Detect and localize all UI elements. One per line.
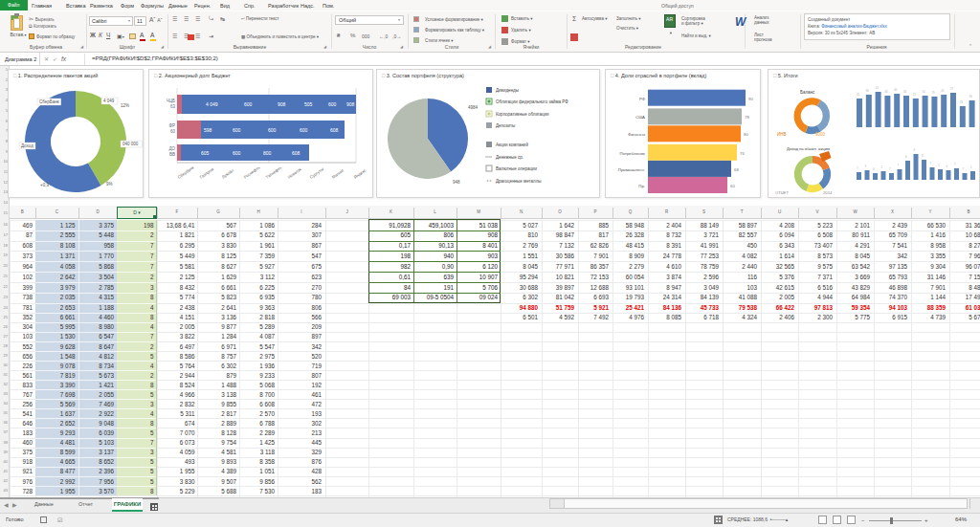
svg-text:600: 600 [268, 127, 277, 133]
svg-text:600: 600 [233, 150, 241, 156]
svg-text:9000: 9000 [815, 132, 826, 137]
svg-text:Депозиты: Депозиты [496, 123, 515, 128]
svg-text:600: 600 [233, 127, 241, 133]
svg-text:948: 948 [453, 180, 460, 185]
svg-text:7: 7 [954, 163, 956, 166]
svg-text:Магнит: Магнит [331, 167, 345, 179]
svg-text:СберБанк: СберБанк [39, 99, 59, 104]
svg-text:50: 50 [923, 90, 926, 94]
svg-text:040 000: 040 000 [122, 142, 139, 146]
svg-text:Газпром: Газпром [199, 166, 214, 180]
svg-text:РФ: РФ [639, 97, 646, 101]
svg-text:608: 608 [292, 150, 301, 156]
svg-text:Яндекс: Яндекс [353, 167, 368, 180]
svg-text:9%: 9% [106, 182, 113, 187]
svg-text:2: 2 [881, 165, 883, 169]
svg-text:ИНВ: ИНВ [777, 132, 787, 137]
svg-text:80: 80 [744, 132, 748, 137]
svg-text:4: 4 [947, 165, 948, 168]
svg-text:3: 3 [865, 165, 867, 168]
svg-text:4 049: 4 049 [103, 99, 115, 103]
svg-text:12%: 12% [121, 103, 129, 108]
svg-text:800: 800 [263, 150, 272, 156]
svg-text:600: 600 [300, 127, 308, 133]
svg-text:76: 76 [740, 151, 745, 156]
svg-text:68: 68 [734, 167, 739, 172]
svg-text:27: 27 [950, 87, 954, 91]
svg-text:Драгоценные металлы: Драгоценные металлы [496, 179, 542, 184]
svg-text:63: 63 [170, 104, 176, 109]
svg-text:Корпоративные облигации: Корпоративные облигации [496, 112, 549, 117]
svg-text:2014: 2014 [823, 190, 833, 195]
svg-text:+0,9: +0,9 [40, 183, 49, 187]
svg-text:29: 29 [960, 100, 964, 104]
svg-text:44: 44 [903, 90, 907, 94]
svg-text:60: 60 [730, 184, 735, 188]
svg-text:Татнефть: Татнефть [265, 165, 283, 179]
svg-text:Промышленн.: Промышленн. [618, 167, 645, 172]
svg-text:Новатэк: Новатэк [287, 166, 302, 179]
svg-text:600: 600 [328, 101, 337, 107]
svg-text:Роснефть: Роснефть [243, 165, 262, 180]
svg-text:20: 20 [941, 89, 945, 93]
svg-text:908: 908 [278, 101, 286, 107]
svg-text:Денежные ср.: Денежные ср. [496, 155, 523, 160]
svg-text:52: 52 [913, 93, 917, 97]
svg-text:Сбербанк: Сбербанк [177, 165, 195, 180]
svg-text:79: 79 [931, 91, 935, 95]
svg-text:7: 7 [898, 164, 900, 167]
svg-text:908: 908 [346, 101, 355, 107]
svg-text:Доход на обыкн. акцию: Доход на обыкн. акцию [787, 146, 830, 151]
svg-text:505: 505 [304, 101, 313, 107]
svg-text:Акции компаний: Акции компаний [496, 142, 528, 147]
svg-text:Потребление: Потребление [620, 151, 646, 156]
svg-text:19: 19 [876, 86, 880, 90]
svg-text:4 049: 4 049 [206, 101, 218, 107]
svg-text:600: 600 [244, 101, 253, 107]
svg-text:90: 90 [748, 97, 753, 101]
svg-text:США: США [635, 115, 645, 120]
svg-text:Лукойл: Лукойл [221, 167, 235, 180]
svg-text:8: 8 [922, 154, 924, 158]
svg-text:Пр.: Пр. [638, 184, 645, 188]
svg-text:608: 608 [330, 127, 339, 133]
svg-text:6: 6 [905, 155, 907, 159]
svg-text:Облигации федерального займа Р: Облигации федерального займа РФ [496, 99, 568, 104]
svg-text:4: 4 [873, 167, 875, 171]
svg-text:40: 40 [894, 88, 898, 92]
svg-text:7: 7 [963, 167, 965, 171]
svg-text:ЧЦБ: ЧЦБ [167, 99, 175, 103]
svg-text:Сургутнг: Сургутнг [309, 166, 325, 180]
svg-text:1: 1 [938, 164, 940, 167]
svg-text:45: 45 [857, 93, 860, 97]
svg-text:Дивиденды: Дивиденды [496, 88, 519, 93]
svg-text:Валютные операции: Валютные операции [496, 166, 537, 171]
svg-text:9: 9 [914, 148, 916, 152]
svg-text:ФР: ФР [169, 123, 175, 128]
svg-text:Доход: Доход [21, 143, 33, 148]
svg-text:66: 66 [866, 89, 870, 93]
svg-text:7: 7 [930, 162, 932, 165]
svg-text:7: 7 [857, 166, 858, 170]
svg-text:78: 78 [745, 115, 749, 120]
svg-text:1: 1 [970, 165, 972, 169]
svg-text:4984: 4984 [468, 105, 479, 110]
svg-text:ОТЧЕТ: ОТЧЕТ [775, 190, 789, 195]
svg-text:ДО: ДО [168, 146, 175, 151]
svg-text:7: 7 [889, 167, 891, 171]
svg-text:Баланс: Баланс [800, 90, 815, 95]
svg-text:60: 60 [170, 129, 176, 134]
svg-text:605: 605 [201, 150, 210, 156]
svg-text:Финансы: Финансы [628, 132, 645, 137]
svg-text:46: 46 [884, 90, 888, 94]
svg-text:39: 39 [969, 95, 973, 99]
svg-text:598: 598 [204, 127, 212, 133]
svg-text:ВВ: ВВ [169, 152, 175, 157]
